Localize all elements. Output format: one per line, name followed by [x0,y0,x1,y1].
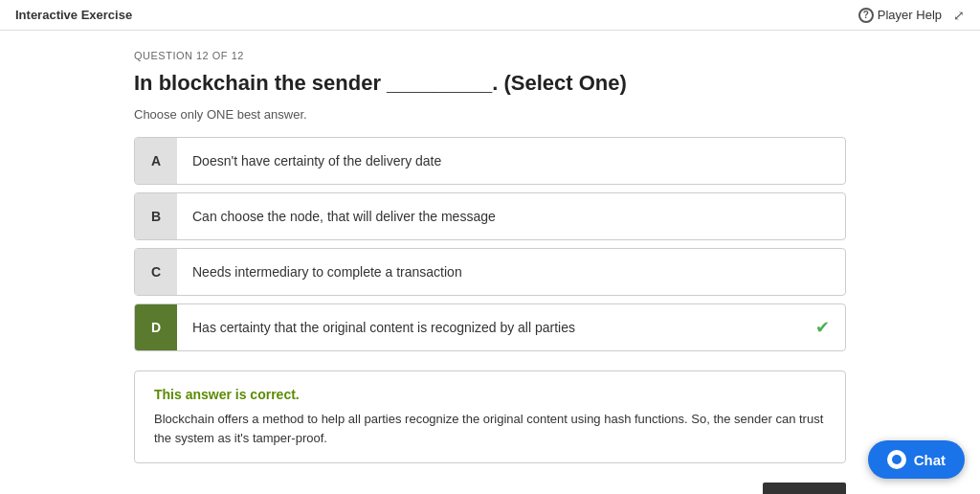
main-content: QUESTION 12 OF 12 In blockchain the send… [0,31,980,494]
options-list: A Doesn't have certainty of the delivery… [134,137,846,351]
correct-check-icon: ✔ [815,317,845,338]
player-help-label: Player Help [878,8,942,22]
option-b[interactable]: B Can choose the node, that will deliver… [134,192,846,240]
question-instruction: Choose only ONE best answer. [134,107,846,122]
option-d-letter: D [135,304,177,350]
chat-icon [887,450,906,469]
option-a[interactable]: A Doesn't have certainty of the delivery… [134,137,846,185]
header-right: ? Player Help ⤢ [858,8,965,23]
button-row: NEXT [134,483,846,494]
feedback-text: Blockchain offers a method to help all p… [154,410,826,447]
option-c-text: Needs intermediary to complete a transac… [177,264,845,280]
next-button[interactable]: NEXT [763,483,846,494]
header: Interactive Exercise ? Player Help ⤢ [0,0,980,31]
chat-label: Chat [914,452,946,468]
question-number: QUESTION 12 OF 12 [134,50,846,61]
option-d[interactable]: D Has certainty that the original conten… [134,303,846,351]
option-d-text: Has certainty that the original content … [177,320,815,335]
option-b-text: Can choose the node, that will deliver t… [177,209,845,224]
option-a-letter: A [135,138,177,184]
option-b-letter: B [135,193,177,239]
option-c-letter: C [135,249,177,295]
app-title: Interactive Exercise [15,8,132,22]
option-a-text: Doesn't have certainty of the delivery d… [177,153,845,168]
option-c[interactable]: C Needs intermediary to complete a trans… [134,248,846,296]
chat-button[interactable]: Chat [868,440,965,479]
help-icon: ? [858,8,874,23]
feedback-correct-label: This answer is correct. [154,387,826,402]
feedback-box: This answer is correct. Blockchain offer… [134,370,846,463]
question-title: In blockchain the sender _________. (Sel… [134,71,846,96]
player-help-button[interactable]: ? Player Help [858,8,942,23]
expand-icon[interactable]: ⤢ [953,8,965,23]
